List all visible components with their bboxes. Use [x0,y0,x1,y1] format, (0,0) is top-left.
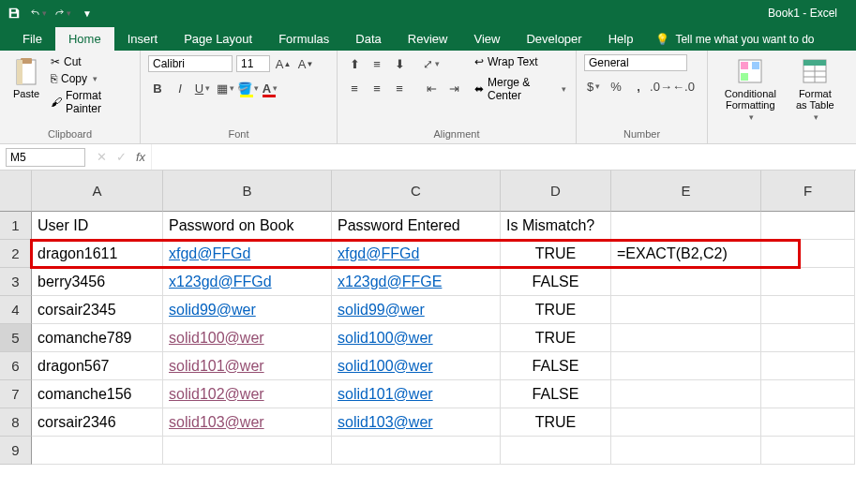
row-header[interactable]: 4 [0,296,32,324]
align-bottom-icon[interactable]: ⬇ [390,54,409,73]
cell[interactable]: solid101@wer [163,352,332,380]
enter-icon[interactable]: ✓ [116,150,127,164]
cell[interactable] [611,408,761,437]
merge-center-button[interactable]: ⬌Merge & Center [473,75,568,103]
font-name-select[interactable] [148,55,233,72]
col-header[interactable]: B [163,170,332,212]
cell[interactable]: TRUE [501,324,611,352]
cell[interactable]: x123gd@FFGd [163,268,332,296]
cell[interactable] [761,352,855,380]
cell[interactable]: corsair2345 [32,296,163,324]
bold-button[interactable]: B [148,79,167,97]
align-right-icon[interactable]: ≡ [390,79,409,97]
row-header[interactable]: 1 [0,212,32,240]
cell[interactable] [611,268,761,296]
cell[interactable] [761,212,855,240]
cell[interactable]: solid99@wer [332,296,501,324]
col-header[interactable]: E [611,170,761,212]
cell[interactable] [163,437,332,465]
underline-button[interactable]: U [193,79,212,97]
cell[interactable] [761,296,855,324]
wrap-text-button[interactable]: ↩Wrap Text [473,54,568,69]
cell[interactable]: solid101@wer [332,380,501,408]
currency-button[interactable]: $ [584,77,603,96]
cell[interactable]: dragon567 [32,352,163,380]
select-all-corner[interactable] [0,170,32,212]
tab-developer[interactable]: Developer [513,27,594,51]
cell[interactable]: comanche789 [32,324,163,352]
cell[interactable]: Password Entered [332,212,501,240]
font-size-select[interactable] [236,55,270,72]
name-box[interactable] [6,148,85,167]
cell[interactable] [501,437,611,465]
cell[interactable] [761,437,855,465]
row-header[interactable]: 2 [0,240,32,268]
fx-icon[interactable]: fx [136,150,145,164]
cell[interactable] [761,408,855,437]
percent-button[interactable]: % [607,77,625,96]
cell[interactable]: FALSE [501,268,611,296]
cell[interactable] [611,352,761,380]
cell[interactable]: solid102@wer [163,380,332,408]
decrease-indent-icon[interactable]: ⇤ [422,79,441,97]
cell[interactable]: solid100@wer [163,324,332,352]
cell[interactable]: Password on Book [163,212,332,240]
font-color-button[interactable]: A [261,79,279,97]
format-as-table-button[interactable]: Format as Table [789,54,841,124]
row-header[interactable]: 8 [0,408,32,437]
tell-me-search[interactable]: 💡Tell me what you want to do [646,28,823,51]
paste-button[interactable]: Paste [8,54,45,101]
increase-indent-icon[interactable]: ⇥ [444,79,463,97]
cell[interactable]: dragon1611 [32,240,163,268]
qat-customize-icon[interactable]: ▼ [79,5,96,22]
align-center-icon[interactable]: ≡ [368,79,386,97]
cell[interactable]: TRUE [501,240,611,268]
cell[interactable]: solid103@wer [163,408,332,437]
tab-file[interactable]: File [9,27,55,51]
cell[interactable]: TRUE [501,408,611,437]
cell[interactable]: corsair2346 [32,408,163,437]
cell[interactable] [611,212,761,240]
border-button[interactable]: ▦ [216,79,234,97]
cell[interactable] [761,240,855,268]
row-header[interactable]: 3 [0,268,32,296]
cell[interactable]: xfgd@FFGd [332,240,501,268]
undo-icon[interactable] [30,5,47,22]
row-header[interactable]: 5 [0,324,32,352]
conditional-formatting-button[interactable]: Conditional Formatting [715,54,786,124]
align-top-icon[interactable]: ⬆ [345,54,364,73]
cell[interactable]: solid100@wer [332,352,501,380]
tab-page-layout[interactable]: Page Layout [171,27,265,51]
decrease-font-icon[interactable]: A▼ [296,54,315,73]
comma-button[interactable]: , [629,77,648,96]
cell[interactable]: solid100@wer [332,324,501,352]
align-middle-icon[interactable]: ≡ [368,54,386,73]
tab-review[interactable]: Review [395,27,461,51]
cell[interactable] [611,380,761,408]
tab-view[interactable]: View [460,27,513,51]
italic-button[interactable]: I [171,79,189,97]
cell[interactable]: FALSE [501,380,611,408]
increase-decimal-icon[interactable]: .0→ [652,77,670,96]
tab-home[interactable]: Home [55,27,114,51]
cell[interactable]: Is Mismatch? [501,212,611,240]
col-header[interactable]: C [332,170,501,212]
cell[interactable] [611,324,761,352]
cell[interactable]: User ID [32,212,163,240]
cell[interactable] [761,380,855,408]
cell[interactable]: TRUE [501,296,611,324]
cell[interactable] [32,437,163,465]
cell[interactable]: FALSE [501,352,611,380]
row-header[interactable]: 6 [0,352,32,380]
cell[interactable]: xfgd@FFGd [163,240,332,268]
col-header[interactable]: F [761,170,855,212]
redo-icon[interactable] [54,5,71,22]
cancel-icon[interactable]: ✕ [97,150,107,164]
tab-formulas[interactable]: Formulas [265,27,342,51]
cell[interactable]: =EXACT(B2,C2) [611,240,761,268]
number-format-select[interactable] [584,54,687,71]
cell[interactable]: solid103@wer [332,408,501,437]
fill-color-button[interactable]: 🪣 [238,79,257,97]
cut-button[interactable]: ✂Cut [49,54,132,69]
col-header[interactable]: D [501,170,611,212]
